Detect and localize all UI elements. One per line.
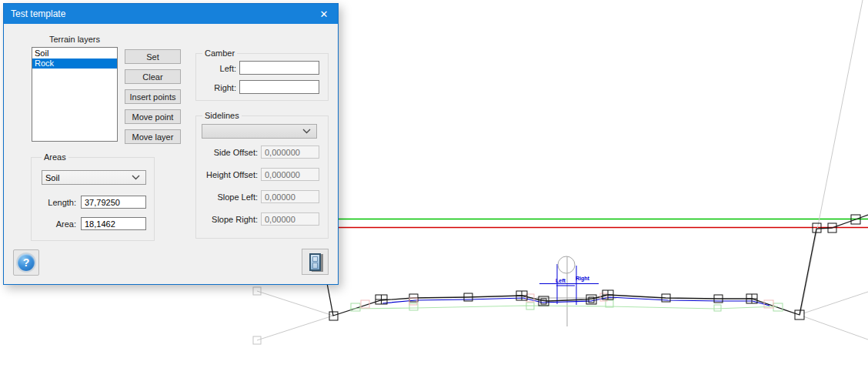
side-offset-input — [261, 146, 319, 159]
terrain-layers-label: Terrain layers — [32, 35, 118, 44]
dimension-label: Left — [556, 278, 566, 283]
close-icon: ✕ — [320, 8, 329, 20]
sidelines-dropdown[interactable] — [202, 124, 317, 139]
sidelines-group: Sidelines Side Offset: Height Offset: Sl… — [195, 115, 329, 239]
sidelines-group-label: Sidelines — [202, 111, 242, 120]
height-offset-input — [261, 168, 319, 181]
move-layer-button[interactable]: Move layer — [125, 129, 181, 144]
camber-right-input[interactable] — [239, 80, 319, 94]
areas-layer-dropdown[interactable]: Soil — [42, 170, 146, 185]
camber-group: Camber Left: Right: — [195, 53, 329, 101]
drawing-line — [803, 292, 868, 313]
camber-right-label: Right: — [199, 83, 236, 92]
drawing-line — [800, 0, 863, 315]
close-button[interactable]: ✕ — [310, 4, 338, 24]
camber-left-label: Left: — [199, 64, 236, 73]
point-marker — [714, 305, 721, 311]
height-offset-label: Height Offset: — [196, 170, 258, 179]
slope-right-label: Slope Right: — [196, 215, 258, 224]
areas-layer-dropdown-value: Soil — [42, 173, 132, 182]
terrain-layers-list[interactable]: Soil Rock — [32, 47, 118, 142]
slope-left-label: Slope Left: — [196, 192, 258, 202]
camber-group-label: Camber — [202, 49, 237, 58]
dialog-titlebar[interactable]: Test template ✕ — [4, 4, 338, 24]
camber-left-input[interactable] — [239, 61, 319, 75]
area-input[interactable] — [81, 217, 146, 230]
insert-points-button[interactable]: Insert points — [125, 89, 181, 104]
test-template-dialog: Test template ✕ Terrain layers Soil Rock… — [3, 3, 339, 285]
slope-right-input — [261, 212, 319, 226]
point-marker — [541, 299, 546, 304]
chevron-down-icon — [302, 129, 311, 134]
drawing-line — [257, 316, 333, 340]
centerline-circle — [558, 256, 575, 273]
list-item-rock[interactable]: Rock — [32, 59, 117, 69]
exit-button[interactable] — [302, 249, 329, 275]
door-exit-icon — [309, 253, 321, 271]
length-label: Length: — [32, 198, 76, 207]
list-item-soil[interactable]: Soil — [32, 49, 117, 59]
dimension-label: Right — [576, 276, 590, 282]
side-offset-label: Side Offset: — [196, 148, 258, 157]
drawing-line — [803, 316, 868, 340]
area-label: Area: — [32, 219, 76, 229]
move-point-button[interactable]: Move point — [125, 109, 181, 124]
help-icon: ? — [18, 254, 35, 271]
help-button[interactable]: ? — [13, 249, 39, 276]
chevron-down-icon — [132, 175, 140, 180]
length-input[interactable] — [81, 196, 146, 209]
areas-group: Areas Soil Length: Area: — [31, 157, 155, 241]
areas-group-label: Areas — [42, 152, 68, 162]
dialog-title: Test template — [11, 8, 65, 19]
slope-left-input — [261, 190, 319, 203]
set-button[interactable]: Set — [125, 49, 181, 64]
drawing-line — [257, 291, 333, 316]
point-marker — [409, 303, 418, 310]
clear-button[interactable]: Clear — [125, 69, 181, 84]
